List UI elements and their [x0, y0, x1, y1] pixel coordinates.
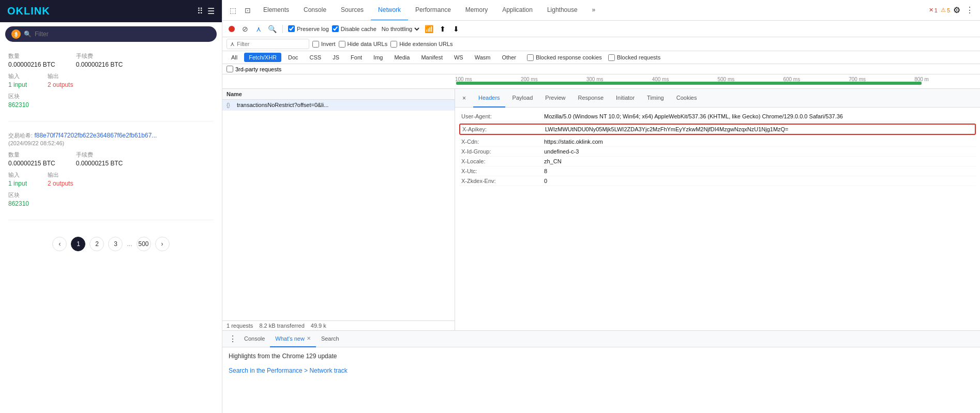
hash-value-2[interactable]: f88e70f7f47202fb622e364867f6e2fb61b67... [34, 132, 157, 139]
type-css-btn[interactable]: CSS [305, 53, 326, 62]
wifi-icon[interactable]: 📶 [424, 24, 434, 34]
type-wasm-btn[interactable]: Wasm [470, 53, 495, 62]
upload-icon[interactable]: ⬆ [438, 24, 448, 34]
header-row-locale: X-Locale: zh_CN [459, 157, 976, 166]
filter-funnel-icon: ⋏ [230, 40, 235, 48]
whats-new-close-icon[interactable]: ✕ [307, 335, 311, 341]
invert-label[interactable]: Invert [312, 41, 336, 48]
next-page-btn[interactable]: › [155, 237, 170, 251]
type-media-btn[interactable]: Media [389, 53, 414, 62]
request-list-header: Name [222, 89, 455, 100]
disable-cache-label[interactable]: Disable cache [332, 25, 376, 32]
hide-extension-urls-checkbox[interactable] [390, 41, 397, 48]
settings-icon[interactable]: ⚙ [953, 5, 960, 15]
throttle-select[interactable]: No throttling [380, 25, 421, 33]
transferred-size: 8.2 kB transferred [259, 323, 304, 329]
request-item-0[interactable]: {} transactionsNoRestrict?offset=0&li... [222, 100, 455, 111]
preserve-log-checkbox[interactable] [288, 25, 295, 32]
network-toolbar: ⊘ ⋏ 🔍 Preserve log Disable cache No thro… [222, 21, 980, 37]
bottom-tab-console[interactable]: Console [239, 331, 270, 347]
record-btn[interactable] [227, 24, 237, 34]
tab-performance[interactable]: Performance [408, 0, 458, 21]
hide-extension-urls-text: Hide extension URLs [399, 41, 453, 47]
bottom-tab-whats-new[interactable]: What's new ✕ [270, 331, 316, 347]
block-value-2: 862310 [8, 200, 29, 207]
close-details-btn[interactable]: × [459, 94, 469, 103]
header-icons: ⠿ ☰ [197, 6, 215, 16]
blocked-response-cookies-label[interactable]: Blocked response cookies [527, 54, 602, 61]
filter-input[interactable] [237, 41, 299, 47]
type-ws-btn[interactable]: WS [449, 53, 468, 62]
search-bar[interactable]: ₿ 🔍 [5, 26, 217, 42]
tx-block-row-2: 区块 862310 [8, 191, 214, 207]
bottom-content: Highlights from the Chrome 129 update Se… [222, 347, 980, 413]
detail-tab-cookies[interactable]: Cookies [671, 89, 702, 108]
hide-extension-urls-label[interactable]: Hide extension URLs [390, 41, 453, 48]
type-all-btn[interactable]: All [227, 53, 242, 62]
status-bar: 1 requests 8.2 kB transferred 49.9 k [222, 320, 455, 330]
hash-label-2: 交易哈希: [8, 132, 33, 139]
left-panel: OKLINK ⠿ ☰ ₿ 🔍 数量 0.00000216 BTC 手续费 0.0… [0, 0, 222, 413]
id-group-name: X-Id-Group: [461, 148, 544, 155]
type-js-btn[interactable]: JS [328, 53, 344, 62]
device-icon[interactable]: ⊡ [242, 4, 254, 17]
tab-console[interactable]: Console [296, 0, 334, 21]
bottom-dots-icon[interactable]: ⋮ [227, 332, 239, 346]
clear-btn[interactable]: ⊘ [240, 24, 250, 34]
page-500-btn[interactable]: 500 [137, 237, 151, 251]
download-icon[interactable]: ⬇ [451, 24, 461, 34]
tab-sources[interactable]: Sources [334, 0, 371, 21]
type-fetchxhr-btn[interactable]: Fetch/XHR [244, 53, 281, 62]
blocked-requests-text: Blocked requests [617, 54, 660, 60]
menu-icon[interactable]: ☰ [207, 6, 215, 16]
page-3-btn[interactable]: 3 [108, 237, 123, 251]
inspect-icon[interactable]: ⬚ [227, 4, 239, 17]
type-font-btn[interactable]: Font [346, 53, 367, 62]
invert-checkbox[interactable] [312, 41, 319, 48]
detail-tab-headers[interactable]: Headers [473, 89, 505, 108]
more-options-icon[interactable]: ⋮ [963, 3, 976, 17]
header-row-cdn: X-Cdn: https://static.oklink.com [459, 137, 976, 147]
detail-tab-payload[interactable]: Payload [507, 89, 538, 108]
performance-network-link[interactable]: Search in the Performance > Network trac… [229, 367, 348, 374]
tab-network[interactable]: Network [371, 0, 408, 21]
blocked-response-cookies-checkbox[interactable] [527, 54, 534, 61]
page-1-btn[interactable]: 1 [71, 237, 85, 251]
request-list: Name {} transactionsNoRestrict?offset=0&… [222, 89, 455, 330]
third-party-checkbox[interactable] [227, 66, 233, 72]
hide-data-urls-label[interactable]: Hide data URLs [339, 41, 388, 48]
main-content: Name {} transactionsNoRestrict?offset=0&… [222, 89, 980, 330]
blocked-response-cookies-text: Blocked response cookies [536, 54, 602, 60]
tx-quantity-field-1: 数量 0.00000216 BTC [8, 52, 55, 68]
tab-more[interactable]: » [585, 0, 603, 21]
details-tabs: × Headers Payload Preview Response Initi… [455, 89, 980, 108]
tab-lighthouse[interactable]: Lighthouse [540, 0, 585, 21]
blocked-requests-label[interactable]: Blocked requests [608, 54, 660, 61]
blocked-requests-checkbox[interactable] [608, 54, 615, 61]
type-other-btn[interactable]: Other [497, 53, 521, 62]
filter-btn[interactable]: ⋏ [253, 24, 264, 34]
search-input[interactable] [35, 30, 138, 38]
hide-data-urls-checkbox[interactable] [339, 41, 345, 48]
third-party-label[interactable]: 3rd-party requests [227, 66, 976, 72]
type-doc-btn[interactable]: Doc [283, 53, 303, 62]
detail-tab-timing[interactable]: Timing [642, 89, 669, 108]
tab-application[interactable]: Application [495, 0, 540, 21]
prev-page-btn[interactable]: ‹ [52, 237, 67, 251]
tab-memory[interactable]: Memory [458, 0, 495, 21]
bottom-tab-search[interactable]: Search [316, 331, 344, 347]
type-img-btn[interactable]: Img [369, 53, 387, 62]
tab-elements[interactable]: Elements [256, 0, 296, 21]
detail-tab-initiator[interactable]: Initiator [611, 89, 640, 108]
apikey-name: X-Apikey: [462, 126, 545, 132]
detail-tab-preview[interactable]: Preview [540, 89, 570, 108]
preserve-log-label[interactable]: Preserve log [288, 25, 329, 32]
disable-cache-checkbox[interactable] [332, 25, 339, 32]
search-network-btn[interactable]: 🔍 [267, 24, 277, 34]
type-manifest-btn[interactable]: Manifest [416, 53, 447, 62]
preserve-log-text: Preserve log [297, 26, 329, 32]
grid-icon[interactable]: ⠿ [197, 6, 203, 16]
filter-input-wrap[interactable]: ⋏ [227, 39, 309, 49]
page-2-btn[interactable]: 2 [89, 237, 104, 251]
detail-tab-response[interactable]: Response [572, 89, 609, 108]
